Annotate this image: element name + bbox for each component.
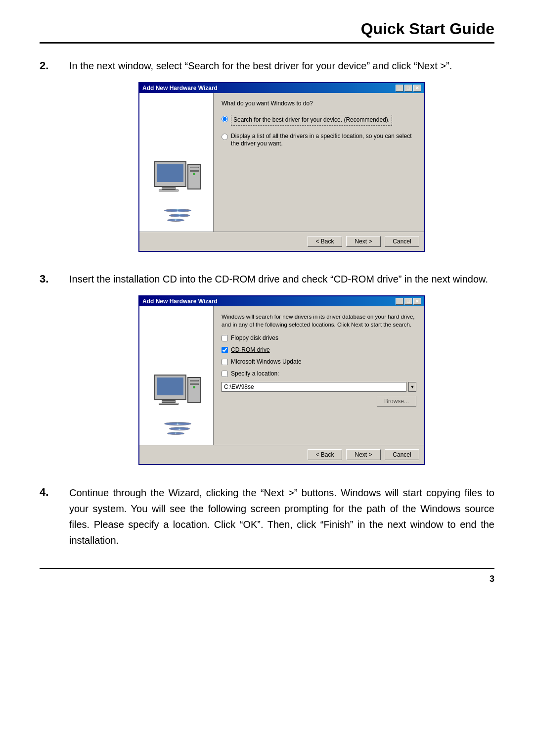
minimize-btn[interactable]: _ [396, 85, 403, 92]
radio-list-label: Display a list of all the drivers in a s… [231, 133, 416, 148]
dialog-2-footer: < Back Next > Cancel [139, 445, 424, 464]
browse-button[interactable]: Browse... [377, 396, 416, 407]
tower-icon [187, 164, 201, 189]
dialog-1-title: Add New Hardware Wizard [142, 85, 218, 92]
close-btn[interactable]: ✕ [413, 85, 421, 92]
dialog-2-main: Windows will search for new drivers in i… [214, 306, 424, 445]
monitor-icon [154, 161, 186, 187]
location-textbox[interactable] [222, 382, 406, 392]
tower-slot-2 [190, 170, 199, 172]
step-4: 4. Continue through the Wizard, clicking… [40, 485, 494, 548]
dialog-2-info: Windows will search for new drivers in i… [222, 313, 416, 329]
maximize-btn[interactable]: □ [404, 85, 412, 92]
dialog-2-cancel-button[interactable]: Cancel [385, 449, 419, 460]
dialog-1-back-button[interactable]: < Back [308, 236, 342, 247]
dialog-1-footer: < Back Next > Cancel [139, 232, 424, 251]
page-title: Quick Start Guide [361, 20, 494, 38]
check-specify-label: Specify a location: [231, 370, 279, 377]
dialog-1-body: What do you want Windows to do? Search f… [139, 93, 424, 232]
check-cdrom[interactable] [222, 347, 228, 353]
radio-search[interactable] [222, 116, 228, 122]
dialog-1-titlebar: Add New Hardware Wizard _ □ ✕ [139, 83, 424, 93]
dialog-2-sidebar [139, 306, 214, 445]
computer-icon [152, 161, 201, 206]
step-2-number: 2. [40, 58, 59, 72]
tower-slot-4 [190, 383, 199, 385]
dialog-1-sidebar [139, 93, 214, 232]
step-2-text: In the next window, select “Search for t… [69, 58, 494, 73]
screen-icon [157, 164, 183, 182]
disc-2 [169, 214, 190, 217]
computer-icon-2 [152, 375, 201, 419]
dialog-2-titlebar: Add New Hardware Wizard _ □ ✕ [139, 296, 424, 306]
disc-3 [167, 219, 184, 222]
step-3-content: Insert the installation CD into the CD-R… [69, 272, 494, 465]
checkbox-floppy: Floppy disk drives [222, 334, 416, 341]
monitor-stand-icon-2 [159, 403, 178, 405]
tower-light-2 [193, 386, 195, 388]
disc-5 [169, 427, 190, 430]
tower-light [193, 173, 195, 175]
titlebar-buttons: _ □ ✕ [396, 85, 421, 92]
dialog-2-next-button[interactable]: Next > [346, 449, 381, 460]
step-2-content: In the next window, select “Search for t… [69, 58, 494, 252]
dialog-1-main: What do you want Windows to do? Search f… [214, 93, 424, 232]
dialog-1-next-button[interactable]: Next > [346, 236, 381, 247]
check-floppy[interactable] [222, 335, 228, 341]
dialog-1-question: What do you want Windows to do? [222, 100, 416, 107]
dialog-2: Add New Hardware Wizard _ □ ✕ [138, 295, 425, 465]
step-4-content: Continue through the Wizard, clicking th… [69, 485, 494, 548]
step-2: 2. In the next window, select “Search fo… [40, 58, 494, 252]
step-4-text: Continue through the Wizard, clicking th… [69, 485, 494, 548]
step-3-text: Insert the installation CD into the CD-R… [69, 272, 494, 286]
check-floppy-label: Floppy disk drives [231, 334, 278, 341]
radio-option-2: Display a list of all the drivers in a s… [222, 133, 416, 148]
dialog-2-back-button[interactable]: < Back [308, 449, 342, 460]
radio-search-label: Search for the best driver for your devi… [231, 115, 392, 126]
tower-icon-2 [187, 377, 201, 403]
check-cdrom-label: CD-ROM drive [231, 346, 270, 353]
dialog-2-maximize-btn[interactable]: □ [404, 298, 412, 305]
dialog-2-titlebar-buttons: _ □ ✕ [396, 298, 421, 305]
dialog-2-body: Windows will search for new drivers in i… [139, 306, 424, 445]
check-specify[interactable] [222, 371, 228, 377]
disc-1 [164, 209, 191, 212]
computer-illustration-2 [144, 311, 208, 440]
location-dropdown-btn[interactable]: ▼ [408, 382, 416, 392]
check-windows-update-label: Microsoft Windows Update [231, 358, 302, 365]
page-number: 3 [490, 574, 494, 584]
location-input-group: ▼ [222, 382, 416, 392]
tower-slot-3 [190, 380, 199, 381]
checkbox-cdrom: CD-ROM drive [222, 346, 416, 353]
checkbox-specify-location: Specify a location: [222, 370, 416, 377]
screen-icon-2 [157, 378, 183, 395]
cd-discs-icon-2 [162, 422, 191, 435]
disc-4 [164, 422, 191, 425]
step-3-number: 3. [40, 272, 59, 285]
disc-6 [167, 432, 184, 435]
dialog-1: Add New Hardware Wizard _ □ ✕ [138, 82, 425, 252]
dialog-2-close-btn[interactable]: ✕ [413, 298, 421, 305]
check-windows-update[interactable] [222, 359, 228, 365]
step-3: 3. Insert the installation CD into the C… [40, 272, 494, 465]
step-4-number: 4. [40, 485, 59, 499]
dialog-1-cancel-button[interactable]: Cancel [385, 236, 419, 247]
computer-illustration [144, 98, 208, 227]
cd-discs-icon [162, 209, 191, 222]
monitor-icon-2 [154, 375, 186, 400]
checkbox-windows-update: Microsoft Windows Update [222, 358, 416, 365]
dialog-2-minimize-btn[interactable]: _ [396, 298, 403, 305]
monitor-stand-icon [159, 189, 178, 191]
dialog-2-title: Add New Hardware Wizard [142, 298, 218, 305]
tower-slot-1 [190, 167, 199, 168]
page-footer: 3 [40, 568, 494, 584]
page-header: Quick Start Guide [40, 20, 494, 44]
radio-list[interactable] [222, 134, 228, 140]
radio-option-1: Search for the best driver for your devi… [222, 115, 416, 126]
